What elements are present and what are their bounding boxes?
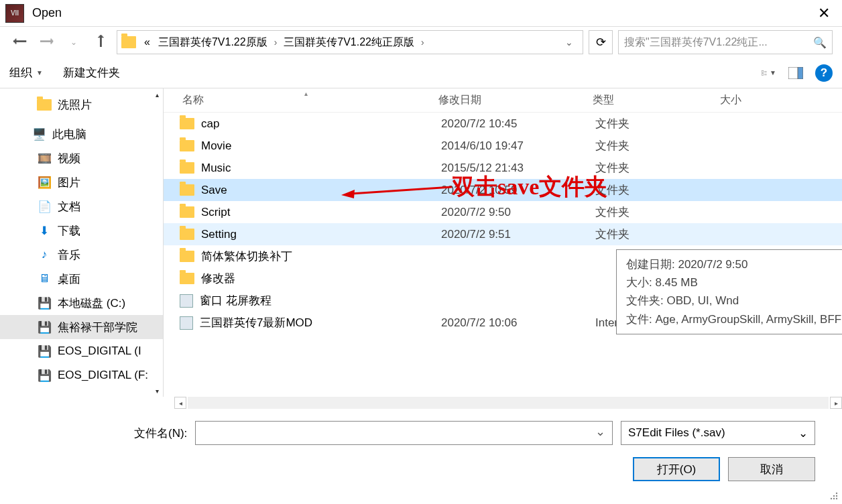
search-placeholder: 搜索"三国群英传7V1.22纯正... [624, 36, 768, 50]
sidebar-item-label: 视频 [58, 151, 80, 166]
sort-indicator-icon: ▴ [304, 90, 308, 97]
file-type: 文件夹 [595, 160, 723, 176]
music-icon: ♪ [38, 248, 51, 261]
svg-point-11 [833, 495, 835, 497]
preview-pane-button[interactable] [788, 66, 803, 80]
sidebar-item[interactable]: 💾EOS_DIGITAL (F: [0, 363, 163, 387]
sidebar-item-label: 桌面 [58, 271, 80, 287]
search-input[interactable]: 搜索"三国群英传7V1.22纯正... 🔍 [618, 30, 833, 54]
back-button[interactable]: 🠔 [9, 32, 31, 53]
scroll-up-icon[interactable]: ▴ [152, 90, 162, 99]
search-icon: 🔍 [813, 36, 827, 49]
sidebar-item-label: 图片 [58, 175, 80, 190]
scroll-left-icon[interactable]: ◂ [174, 397, 186, 409]
file-name: Script [201, 206, 230, 219]
file-row[interactable]: Save2020/7/2 10:59文件夹 [164, 179, 842, 201]
video-icon: 🎞️ [38, 151, 51, 165]
scroll-down-icon[interactable]: ▾ [152, 386, 162, 395]
sidebar-item[interactable]: 💾焦裕禄干部学院 [0, 315, 163, 339]
refresh-button[interactable]: ⟳ [589, 30, 613, 54]
dialog-title: Open [32, 6, 62, 20]
filter-select[interactable]: S7Edit Files (*.sav) ⌄ [621, 421, 815, 445]
pc-icon: 🖥️ [32, 127, 46, 141]
view-options-button[interactable]: ▼ [762, 66, 776, 80]
sidebar-item-label: 音乐 [58, 247, 80, 263]
main-area: ▴ 洗照片🖥️此电脑🎞️视频🖼️图片📄文档⬇下载♪音乐🖥桌面💾本地磁盘 (C:)… [0, 88, 842, 397]
svg-point-13 [831, 498, 832, 499]
tooltip-line: 文件: Age, ArmyGroupSkill, ArmySkill, BFFr… [626, 310, 842, 328]
sidebar-item[interactable]: ♪音乐 [0, 243, 163, 267]
folder-icon [121, 36, 136, 48]
sidebar-item-label: 本地磁盘 (C:) [58, 296, 125, 311]
header-date[interactable]: 修改日期 [438, 93, 593, 107]
recent-dropdown[interactable]: ⌄ [63, 32, 84, 53]
sidebar-item[interactable]: ⬇下载 [0, 218, 163, 243]
toolbar: 组织 ▼ 新建文件夹 ▼ ? [0, 58, 842, 88]
new-folder-button[interactable]: 新建文件夹 [63, 65, 120, 80]
header-name[interactable]: 名称 [164, 93, 438, 107]
sidebar-item[interactable]: 🖥️此电脑 [0, 122, 163, 146]
sidebar[interactable]: ▴ 洗照片🖥️此电脑🎞️视频🖼️图片📄文档⬇下载♪音乐🖥桌面💾本地磁盘 (C:)… [0, 88, 164, 397]
up-button[interactable]: 🠕 [90, 32, 111, 53]
sidebar-item[interactable]: 🖥桌面 [0, 267, 163, 291]
tooltip-line: 创建日期: 2020/7/2 9:50 [626, 255, 842, 273]
filename-input[interactable] [195, 421, 613, 445]
svg-rect-0 [762, 70, 763, 72]
folder-icon [180, 229, 194, 240]
crumb-1[interactable]: 三国群英传7V1.22原版 [154, 36, 272, 50]
file-date: 2014/6/10 19:47 [441, 139, 595, 153]
sidebar-item[interactable]: 🎞️视频 [0, 146, 163, 170]
drive-icon: 💾 [38, 296, 51, 310]
help-button[interactable]: ? [815, 64, 833, 82]
file-date: 2020/7/2 9:50 [441, 206, 595, 219]
file-date: 2020/7/2 9:51 [441, 228, 595, 241]
cancel-button[interactable]: 取消 [728, 457, 815, 481]
file-name: 简体繁体切换补丁 [201, 249, 292, 264]
crumb-2[interactable]: 三国群英传7V1.22纯正原版 [280, 36, 418, 50]
horizontal-scrollbar[interactable]: ◂ ▸ [174, 397, 842, 409]
resize-grip-icon[interactable] [827, 489, 839, 501]
file-row[interactable]: Music2015/5/12 21:43文件夹 [164, 157, 842, 179]
file-row[interactable]: Setting2020/7/2 9:51文件夹 [164, 223, 842, 245]
column-headers[interactable]: ▴ 名称 修改日期 类型 大小 [164, 88, 842, 113]
scroll-track[interactable] [188, 397, 829, 409]
close-button[interactable]: ✕ [811, 2, 837, 25]
file-name: Music [201, 162, 231, 175]
file-name: Save [201, 184, 227, 197]
download-icon: ⬇ [38, 224, 51, 237]
sidebar-item[interactable]: 洗照片 [0, 92, 163, 117]
file-row[interactable]: Movie2014/6/10 19:47文件夹 [164, 135, 842, 157]
organize-menu[interactable]: 组织 ▼ [9, 65, 43, 80]
svg-point-10 [836, 493, 837, 494]
sidebar-item[interactable]: 📄文档 [0, 194, 163, 218]
forward-button[interactable]: 🠖 [36, 32, 58, 53]
file-name: 修改器 [201, 271, 235, 286]
header-type[interactable]: 类型 [593, 93, 720, 107]
sidebar-item[interactable]: 💾本地磁盘 (C:) [0, 291, 163, 315]
sidebar-item-label: 洗照片 [58, 97, 92, 113]
file-name: Setting [201, 228, 237, 241]
svg-rect-1 [762, 73, 763, 74]
tooltip-line: 大小: 8.45 MB [626, 273, 842, 292]
scroll-right-icon[interactable]: ▸ [830, 397, 842, 409]
header-size[interactable]: 大小 [720, 93, 842, 107]
folder-icon [180, 273, 194, 284]
doc-icon: 📄 [38, 200, 51, 213]
tooltip-line: 文件夹: OBD, UI, Wnd [626, 292, 842, 310]
chevron-down-icon: ▼ [36, 69, 43, 76]
file-row[interactable]: cap2020/7/2 10:45文件夹 [164, 113, 842, 135]
filename-label: 文件名(N): [134, 426, 187, 441]
crumb-dropdown[interactable]: ⌄ [560, 37, 579, 48]
open-button[interactable]: 打开(O) [633, 457, 720, 481]
sidebar-item-label: 文档 [58, 199, 80, 214]
file-row[interactable]: Script2020/7/2 9:50文件夹 [164, 201, 842, 223]
folder-icon [180, 118, 194, 129]
chevron-down-icon: ⌄ [798, 426, 808, 440]
sidebar-item[interactable]: 💾EOS_DIGITAL (I [0, 339, 163, 363]
tooltip: 创建日期: 2020/7/2 9:50 大小: 8.45 MB 文件夹: OBD… [616, 249, 842, 334]
sidebar-item[interactable]: 🖼️图片 [0, 170, 163, 194]
sidebar-item-label: EOS_DIGITAL (I [58, 344, 141, 358]
breadcrumb[interactable]: « 三国群英传7V1.22原版 › 三国群英传7V1.22纯正原版 › ⌄ [117, 30, 583, 54]
sidebar-item-label: 焦裕禄干部学院 [58, 320, 137, 335]
crumb-prefix[interactable]: « [140, 36, 154, 48]
